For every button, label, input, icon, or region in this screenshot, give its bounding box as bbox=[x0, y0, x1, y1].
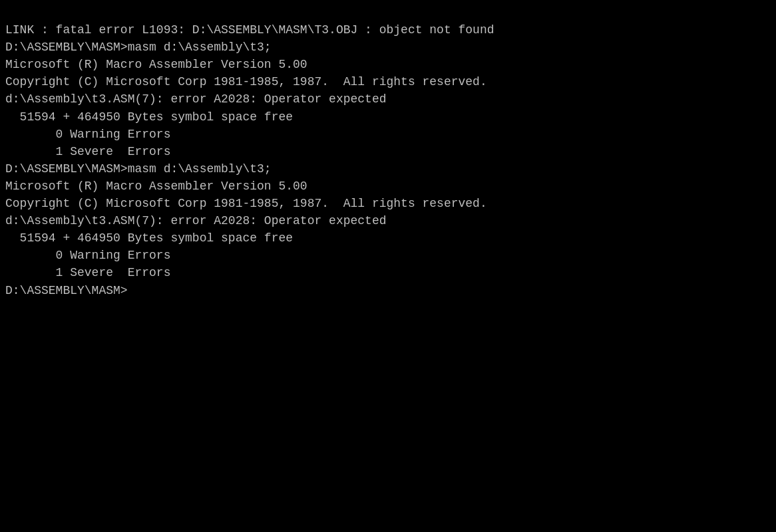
terminal-line-severe-1: 1 Severe Errors bbox=[5, 143, 771, 160]
terminal-line-bytes-1: 51594 + 464950 Bytes symbol space free bbox=[5, 108, 771, 126]
terminal-line-prompt-3: D:\ASSEMBLY\MASM> bbox=[5, 282, 771, 299]
terminal-line-copyright-1: Copyright (C) Microsoft Corp 1981-1985, … bbox=[5, 73, 771, 90]
terminal-line-bytes-2: 51594 + 464950 Bytes symbol space free bbox=[5, 229, 771, 247]
terminal-line-prompt-2: D:\ASSEMBLY\MASM>masm d:\Assembly\t3; bbox=[5, 160, 771, 178]
terminal-line-prompt-1: D:\ASSEMBLY\MASM>masm d:\Assembly\t3; bbox=[5, 39, 771, 56]
terminal-line-error-1: d:\Assembly\t3.ASM(7): error A2028: Oper… bbox=[5, 90, 771, 108]
terminal-line-error-2: d:\Assembly\t3.ASM(7): error A2028: Oper… bbox=[5, 212, 771, 229]
terminal-line-warnings-1: 0 Warning Errors bbox=[5, 126, 771, 143]
terminal-output: LINK : fatal error L1093: D:\ASSEMBLY\MA… bbox=[5, 4, 771, 299]
terminal-line-masm-version-1: Microsoft (R) Macro Assembler Version 5.… bbox=[5, 56, 771, 73]
terminal-line-link-error: LINK : fatal error L1093: D:\ASSEMBLY\MA… bbox=[5, 21, 771, 39]
terminal-line-severe-2: 1 Severe Errors bbox=[5, 264, 771, 281]
terminal-line-masm-version-2: Microsoft (R) Macro Assembler Version 5.… bbox=[5, 178, 771, 195]
terminal-line-warnings-2: 0 Warning Errors bbox=[5, 247, 771, 264]
terminal-line-copyright-2: Copyright (C) Microsoft Corp 1981-1985, … bbox=[5, 195, 771, 212]
